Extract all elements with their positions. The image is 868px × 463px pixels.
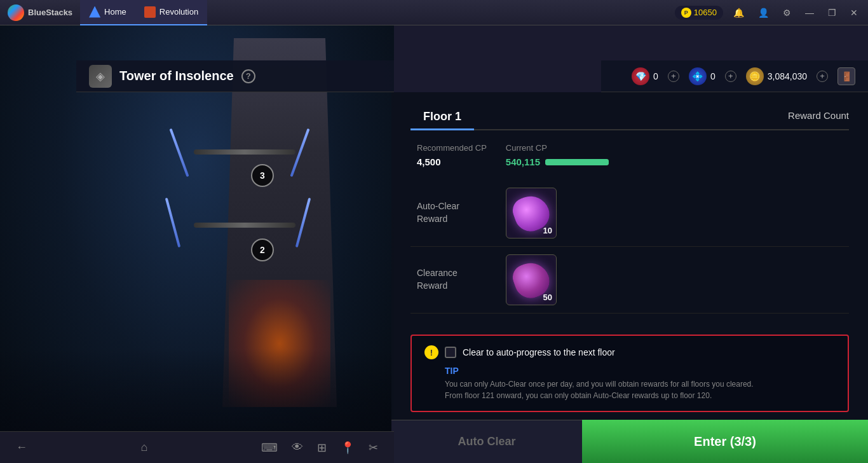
auto-clear-reward-count: 10 — [543, 226, 552, 235]
keyboard-icon[interactable]: ⌨ — [258, 438, 281, 458]
checkbox-row: ! Clear to auto-progress to the next flo… — [424, 345, 835, 359]
bluestacks-logo-icon — [8, 4, 24, 21]
gold-value: 3,084,030 — [768, 71, 807, 81]
current-cp-value: 540,115 — [506, 156, 540, 167]
checkbox-label: Clear to auto-progress to the next floor — [463, 347, 615, 357]
auto-clear-reward-label: Auto-ClearReward — [417, 200, 493, 225]
close-button[interactable]: ✕ — [846, 6, 862, 19]
enter-button[interactable]: Enter (3/3) — [582, 420, 868, 463]
home-icon — [89, 6, 100, 18]
title-bar-right: P 10650 🔔 👤 ⚙ — ❐ ✕ — [675, 6, 868, 20]
tower-logo: ◈ — [89, 65, 112, 88]
tab-revolution-label: Revolution — [159, 7, 198, 17]
tip-label: TIP — [445, 366, 835, 376]
auto-clear-reward-row: Auto-ClearReward 10 — [410, 180, 849, 247]
pink-item-icon: 💎 — [632, 67, 649, 85]
reward-count-label: Reward Count — [788, 110, 849, 124]
recommended-cp-label: Recommended CP — [417, 143, 487, 153]
floor-tab-1[interactable]: Floor 1 — [410, 105, 474, 130]
door-button[interactable]: 🚪 — [837, 67, 855, 85]
tab-revolution[interactable]: Revolution — [135, 0, 207, 25]
recommended-cp-row: Recommended CP 4,500 — [417, 143, 487, 167]
tower-title: Tower of Insolence — [119, 69, 234, 83]
chain-horizontal-1 — [194, 149, 295, 155]
minimize-button[interactable]: — — [801, 6, 818, 19]
warning-icon: ! — [424, 345, 438, 359]
title-bar: BlueStacks Home Revolution P 10650 🔔 👤 ⚙… — [0, 0, 868, 25]
coin-icon: P — [681, 8, 691, 18]
bluestacks-logo: BlueStacks — [0, 4, 80, 21]
tip-section: ! Clear to auto-progress to the next flo… — [410, 335, 849, 412]
notification-icon[interactable]: 🔔 — [729, 6, 748, 19]
back-button[interactable]: ← — [13, 438, 31, 457]
maximize-button[interactable]: ❐ — [824, 6, 840, 19]
add-blue-button[interactable]: + — [725, 71, 736, 82]
cp-section: Recommended CP 4,500 Current CP 540,115 — [410, 143, 849, 167]
recommended-cp-value: 4,500 — [417, 156, 487, 167]
auto-clear-button[interactable]: Auto Clear — [391, 420, 582, 463]
current-cp-bar-container: 540,115 — [506, 156, 609, 167]
tip-text-2: From floor 121 onward, you can only obta… — [445, 390, 835, 401]
tower-header: ◈ Tower of Insolence ? — [76, 60, 394, 92]
settings-icon[interactable]: ⚙ — [779, 6, 795, 19]
auto-clear-reward-item: 10 — [506, 188, 557, 238]
clearance-reward-item: 50 — [506, 254, 557, 305]
tab-home[interactable]: Home — [80, 0, 135, 25]
taskbar-right: ⌨ 👁 ⊞ 📍 ✂ — [258, 438, 381, 458]
screen-icon[interactable]: ⊞ — [314, 438, 330, 458]
floor-tab-label: Floor 1 — [423, 110, 461, 123]
pink-resource: 💎 0 — [632, 67, 658, 85]
floor-tabs: Floor 1 Reward Count — [410, 105, 849, 130]
tip-text-1: You can only Auto-Clear once per day, an… — [445, 378, 835, 390]
gold-icon: 🪙 — [746, 67, 764, 85]
main-content: 3 2 ◈ Tower of Insolence ? 💎 0 + 💠 0 + 🪙… — [0, 25, 868, 463]
chain-horizontal-2 — [194, 223, 295, 228]
app-name: BlueStacks — [28, 8, 72, 17]
scissors-icon[interactable]: ✂ — [365, 438, 381, 458]
tip-text-block: TIP You can only Auto-Clear once per day… — [445, 366, 835, 401]
floor-badge-2: 2 — [251, 238, 274, 261]
clearance-reward-count: 50 — [543, 293, 552, 302]
coin-value: 10650 — [694, 8, 717, 17]
clearance-reward-row: ClearanceReward 50 — [410, 247, 849, 314]
blue-item-icon: 💠 — [689, 67, 707, 85]
floor-badge-3: 3 — [251, 164, 274, 187]
blue-resource: 💠 0 — [689, 67, 715, 85]
content-panel: Floor 1 Reward Count Recommended CP 4,50… — [391, 92, 868, 463]
bottom-buttons: Auto Clear Enter (3/3) — [391, 420, 868, 463]
blue-item-value: 0 — [710, 71, 715, 81]
pink-item-value: 0 — [653, 71, 658, 81]
help-button[interactable]: ? — [241, 69, 255, 83]
current-cp-row: Current CP 540,115 — [506, 143, 609, 167]
clearance-reward-label: ClearanceReward — [417, 267, 493, 292]
game-icon — [144, 6, 156, 18]
add-gold-button[interactable]: + — [817, 71, 828, 82]
profile-icon[interactable]: 👤 — [754, 6, 773, 19]
cp-bar-fill — [545, 159, 609, 165]
auto-progress-checkbox[interactable] — [445, 347, 456, 358]
tab-home-label: Home — [104, 7, 126, 17]
resources-bar: 💎 0 + 💠 0 + 🪙 3,084,030 + 🚪 — [601, 60, 868, 92]
location-icon[interactable]: 📍 — [337, 438, 358, 458]
gold-resource: 🪙 3,084,030 — [746, 67, 807, 85]
eye-icon[interactable]: 👁 — [288, 438, 306, 458]
current-cp-label: Current CP — [506, 143, 609, 153]
taskbar: ← ⌂ ⌨ 👁 ⊞ 📍 ✂ — [0, 431, 394, 463]
cp-progress-bar — [545, 159, 609, 165]
home-taskbar-button[interactable]: ⌂ — [138, 438, 151, 457]
coin-display: P 10650 — [675, 6, 723, 20]
add-pink-button[interactable]: + — [668, 71, 679, 82]
